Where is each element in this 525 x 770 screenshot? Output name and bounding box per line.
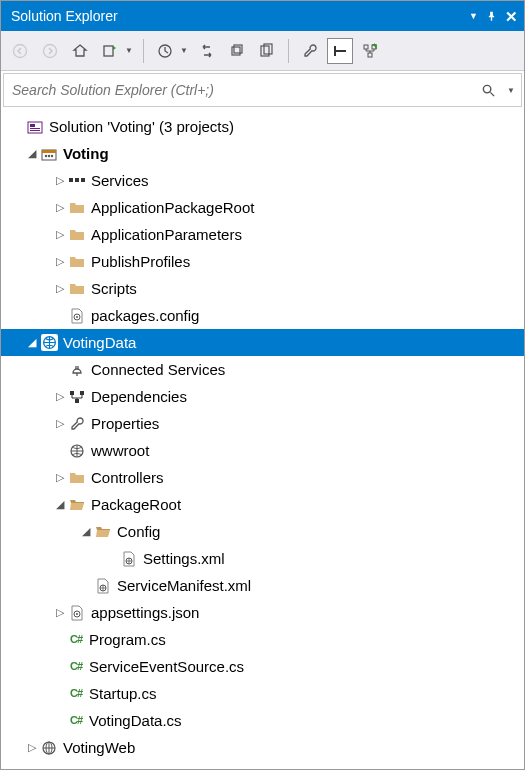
show-all-files-button[interactable] [254,38,280,64]
collapse-arrow-icon[interactable]: ▷ [53,281,67,296]
pending-changes-dropdown-icon[interactable]: ▼ [180,46,188,55]
tree-item-settings-xml[interactable]: ▷ Settings.xml [1,545,524,572]
tree-item-controllers[interactable]: ▷ Controllers [1,464,524,491]
tree-item-app-package-root[interactable]: ▷ ApplicationPackageRoot [1,194,524,221]
sync-button[interactable] [194,38,220,64]
close-icon[interactable]: ✕ [505,9,518,24]
view-class-diagram-button[interactable] [357,38,383,64]
collapse-arrow-icon[interactable]: ▷ [53,605,67,620]
project-label: VotingWeb [63,737,135,758]
collapse-all-button[interactable] [224,38,250,64]
expand-arrow-icon[interactable]: ◢ [79,524,93,539]
svg-point-13 [483,85,491,93]
search-box[interactable]: ▼ [3,73,522,107]
preview-selected-button[interactable] [327,38,353,64]
tree-item-scripts[interactable]: ▷ Scripts [1,275,524,302]
collapse-arrow-icon[interactable]: ▷ [53,389,67,404]
xml-file-icon [119,550,139,568]
folder-icon [67,199,87,217]
svg-rect-16 [30,128,40,129]
csharp-file-icon: C# [67,631,85,649]
tree-item-app-parameters[interactable]: ▷ ApplicationParameters [1,221,524,248]
item-label: appsettings.json [91,602,199,623]
csharp-file-icon: C# [67,685,85,703]
solution-node[interactable]: ▶ Solution 'Voting' (3 projects) [1,113,524,140]
tree-item-appsettings-json[interactable]: ▷ appsettings.json [1,599,524,626]
tree-item-wwwroot[interactable]: ▷ wwwroot [1,437,524,464]
pending-changes-button[interactable] [152,38,178,64]
switch-views-button[interactable] [97,38,123,64]
toolbar-separator [143,39,144,63]
tree-item-publish-profiles[interactable]: ▷ PublishProfiles [1,248,524,275]
item-label: Services [91,170,149,191]
tree-item-connected-services[interactable]: ▷ Connected Services [1,356,524,383]
item-label: ApplicationPackageRoot [91,197,254,218]
expand-arrow-icon[interactable]: ◢ [25,335,39,350]
web-project-icon [39,334,59,352]
tree-item-packages-config[interactable]: ▷ packages.config [1,302,524,329]
svg-point-37 [76,613,78,615]
project-votingweb[interactable]: ▷ VotingWeb [1,734,524,761]
properties-button[interactable] [297,38,323,64]
solution-icon [25,118,45,136]
switch-views-dropdown-icon[interactable]: ▼ [125,46,133,55]
tree-item-votingdata-cs[interactable]: ▷ C# VotingData.cs [1,707,524,734]
tree-item-startup-cs[interactable]: ▷ C# Startup.cs [1,680,524,707]
forward-button[interactable] [37,38,63,64]
folder-open-icon [93,523,113,541]
collapse-arrow-icon[interactable]: ▷ [53,470,67,485]
xml-file-icon [93,577,113,595]
tree-item-serviceeventsource-cs[interactable]: ▷ C# ServiceEventSource.cs [1,653,524,680]
web-project-icon [39,739,59,757]
tree-item-config[interactable]: ◢ Config [1,518,524,545]
folder-icon [67,280,87,298]
project-votingdata[interactable]: ◢ VotingData [1,329,524,356]
project-voting[interactable]: ◢ Voting [1,140,524,167]
tree-item-program-cs[interactable]: ▷ C# Program.cs [1,626,524,653]
collapse-arrow-icon[interactable]: ▷ [53,416,67,431]
tree-item-services[interactable]: ▷ Services [1,167,524,194]
collapse-arrow-icon[interactable]: ▷ [53,227,67,242]
svg-point-27 [76,316,78,318]
svg-rect-24 [75,178,79,182]
wrench-icon [67,415,87,433]
services-icon [67,172,87,190]
item-label: Connected Services [91,359,225,380]
svg-point-0 [14,44,27,57]
item-label: VotingData.cs [89,710,182,731]
item-label: Program.cs [89,629,166,650]
tree-item-packageroot[interactable]: ◢ PackageRoot [1,491,524,518]
solution-label: Solution 'Voting' (3 projects) [49,116,234,137]
back-button[interactable] [7,38,33,64]
globe-icon [67,442,87,460]
svg-rect-10 [364,45,368,49]
svg-rect-12 [368,53,372,57]
folder-icon [67,253,87,271]
collapse-arrow-icon[interactable]: ▷ [53,200,67,215]
svg-rect-9 [334,46,336,56]
svg-rect-5 [234,45,242,53]
collapse-arrow-icon[interactable]: ▷ [25,740,39,755]
svg-point-21 [48,154,50,156]
home-button[interactable] [67,38,93,64]
search-icon[interactable] [481,83,507,98]
search-input[interactable] [4,78,481,102]
expand-arrow-icon[interactable]: ◢ [53,497,67,512]
item-label: Properties [91,413,159,434]
collapse-arrow-icon[interactable]: ▷ [53,173,67,188]
expand-arrow-icon[interactable]: ◢ [25,146,39,161]
item-label: Startup.cs [89,683,157,704]
tree-item-properties[interactable]: ▷ Properties [1,410,524,437]
window-menu-dropdown-icon[interactable]: ▼ [469,12,478,21]
svg-rect-17 [30,130,40,131]
tree-item-dependencies[interactable]: ▷ Dependencies [1,383,524,410]
item-label: PublishProfiles [91,251,190,272]
svg-rect-19 [42,150,56,153]
tree-item-servicemanifest-xml[interactable]: ▷ ServiceManifest.xml [1,572,524,599]
search-dropdown-icon[interactable]: ▼ [507,86,521,95]
svg-point-20 [45,154,47,156]
toolbar: ▼ ▼ [1,31,524,71]
collapse-arrow-icon[interactable]: ▷ [53,254,67,269]
svg-rect-2 [104,46,113,56]
pin-icon[interactable] [486,11,497,22]
